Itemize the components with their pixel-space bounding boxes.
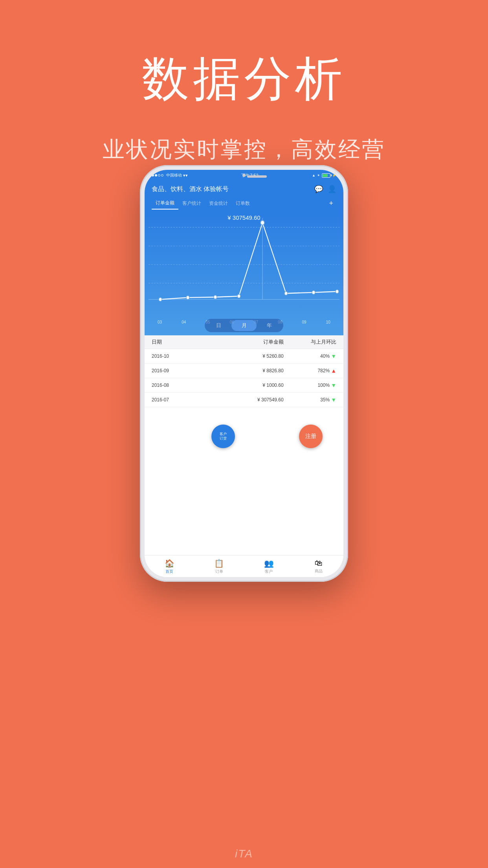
x-label-10: 10: [326, 320, 330, 324]
customer-icon: 👥: [264, 559, 274, 568]
app-title: 食品、饮料、酒水 体验帐号: [152, 185, 229, 193]
nav-label-customers: 客户: [265, 569, 273, 574]
row-change-1: 40% ▼: [284, 353, 336, 359]
svg-point-6: [159, 298, 162, 301]
line-chart: [145, 213, 343, 316]
carrier-label: 中国移动: [166, 173, 182, 178]
home-icon: 🏠: [165, 559, 174, 568]
nav-label-products: 商品: [315, 568, 323, 574]
svg-point-11: [284, 292, 288, 295]
float-register-label: 注册: [305, 433, 316, 440]
location-icon: ▲: [312, 173, 316, 177]
arrow-down-icon-3: ▼: [331, 382, 336, 388]
float-customer-label: 客户订货: [220, 432, 227, 441]
row-date-4: 2016-07: [152, 397, 204, 403]
header-icons: 💬 👤: [314, 185, 336, 193]
phone-frame: 中国移动 ▾▾ 下午7:52 ▲ ✴ ⚡ 食品、饮料、酒水 体验帐号 💬 👤: [140, 165, 348, 582]
col-header-change: 与上月环比: [284, 338, 336, 346]
svg-point-10: [261, 221, 264, 225]
col-header-date: 日期: [152, 338, 204, 346]
tab-add-button[interactable]: +: [326, 198, 336, 209]
hero-subtitle: 业状况实时掌控，高效经营: [0, 135, 488, 165]
signal-indicator: [152, 174, 163, 177]
product-icon: 🛍: [315, 559, 323, 568]
app-header: 食品、饮料、酒水 体验帐号 💬 👤 订单金额 客户统计 资金统计 订单数 +: [145, 181, 343, 210]
row-amount-3: ¥ 1000.60: [204, 383, 283, 388]
status-left: 中国移动 ▾▾: [152, 173, 188, 178]
period-month-button[interactable]: 月: [231, 320, 257, 331]
signal-dot-2: [155, 174, 157, 177]
tab-customer-stats[interactable]: 客户统计: [178, 198, 205, 209]
nav-item-customers[interactable]: 👥 客户: [244, 559, 294, 574]
period-selector: 日 月 年: [205, 319, 283, 332]
signal-dot-4: [161, 174, 163, 177]
wifi-icon: ▾▾: [183, 173, 188, 178]
phone-screen: 中国移动 ▾▾ 下午7:52 ▲ ✴ ⚡ 食品、饮料、酒水 体验帐号 💬 👤: [145, 170, 343, 577]
message-icon[interactable]: 💬: [314, 185, 323, 193]
table-row: 2016-08 ¥ 1000.60 100% ▼: [145, 378, 343, 393]
col-header-amount: 订单金额: [204, 338, 283, 346]
svg-point-12: [312, 291, 315, 294]
battery-icon: [322, 173, 330, 178]
app-title-row: 食品、饮料、酒水 体验帐号 💬 👤: [152, 185, 336, 193]
row-date-3: 2016-08: [152, 383, 204, 388]
arrow-up-icon-2: ▲: [331, 368, 336, 374]
watermark: iTA: [235, 848, 253, 868]
period-year-button[interactable]: 年: [257, 320, 282, 331]
tab-fund-stats[interactable]: 资金统计: [205, 198, 232, 209]
arrow-down-icon-1: ▼: [331, 353, 336, 359]
chart-area: ¥ 307549.60: [145, 210, 343, 335]
signal-dot-3: [158, 174, 160, 177]
period-day-button[interactable]: 日: [206, 320, 231, 331]
row-date-1: 2016-10: [152, 353, 204, 359]
row-amount-4: ¥ 307549.60: [204, 397, 283, 403]
status-time: 下午7:52: [241, 173, 258, 178]
row-date-2: 2016-09: [152, 368, 204, 373]
app-tabs: 订单金额 客户统计 资金统计 订单数 +: [152, 197, 336, 210]
float-register-button[interactable]: 注册: [299, 425, 323, 448]
hero-title: 数据分析: [0, 0, 488, 111]
nav-item-home[interactable]: 🏠 首页: [145, 559, 194, 574]
tab-order-count[interactable]: 订单数: [232, 198, 254, 209]
table-header: 日期 订单金额 与上月环比: [145, 335, 343, 349]
charging-icon: ⚡: [332, 173, 336, 177]
svg-point-8: [214, 295, 217, 299]
order-icon: 📋: [214, 559, 224, 568]
svg-point-9: [237, 294, 240, 298]
arrow-down-icon-4: ▼: [331, 397, 336, 403]
table-row: 2016-10 ¥ 5260.80 40% ▼: [145, 349, 343, 364]
bottom-nav: 🏠 首页 📋 订单 👥 客户 🛍 商品: [145, 555, 343, 577]
user-icon[interactable]: 👤: [328, 185, 336, 193]
status-bar: 中国移动 ▾▾ 下午7:52 ▲ ✴ ⚡: [145, 170, 343, 181]
row-amount-1: ¥ 5260.80: [204, 353, 283, 359]
table-row: 2016-09 ¥ 8826.80 782% ▲: [145, 364, 343, 378]
signal-dot-1: [152, 174, 154, 177]
x-label-04: 04: [182, 320, 186, 324]
tab-order-amount[interactable]: 订单金额: [152, 197, 178, 210]
x-label-09: 09: [302, 320, 306, 324]
table-row: 2016-07 ¥ 307549.60 35% ▼: [145, 393, 343, 407]
x-label-03: 03: [158, 320, 162, 324]
row-change-3: 100% ▼: [284, 382, 336, 388]
nav-item-orders[interactable]: 📋 订单: [194, 559, 244, 574]
battery-fill: [323, 174, 328, 177]
svg-point-13: [336, 290, 339, 293]
row-amount-2: ¥ 8826.80: [204, 368, 283, 373]
float-customer-button[interactable]: 客户订货: [211, 425, 235, 448]
nav-label-orders: 订单: [215, 569, 223, 574]
status-right: ▲ ✴ ⚡: [312, 173, 336, 178]
svg-point-7: [186, 296, 189, 299]
row-change-4: 35% ▼: [284, 397, 336, 403]
bluetooth-icon: ✴: [317, 173, 320, 177]
row-change-2: 782% ▲: [284, 368, 336, 374]
nav-item-products[interactable]: 🛍 商品: [294, 559, 344, 574]
nav-label-home: 首页: [165, 569, 173, 574]
